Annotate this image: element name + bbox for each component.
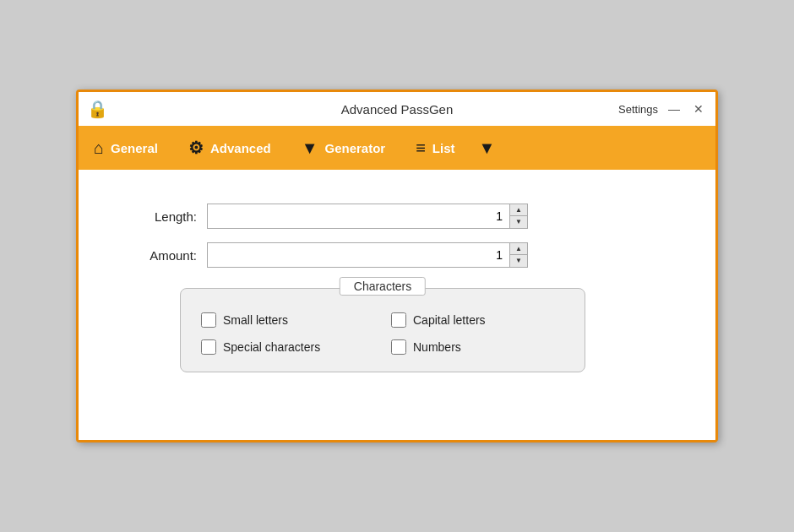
amount-input[interactable]	[208, 245, 509, 265]
small-letters-item[interactable]: Small letters	[201, 312, 374, 328]
special-characters-label: Special characters	[223, 340, 320, 354]
close-button[interactable]: ✕	[690, 103, 707, 115]
characters-group: Characters Small letters Capital letters…	[180, 288, 585, 372]
special-characters-item[interactable]: Special characters	[201, 339, 374, 355]
nav-item-list[interactable]: ≡ List	[400, 126, 470, 170]
special-characters-checkbox[interactable]	[201, 339, 216, 355]
settings-link[interactable]: Settings	[618, 103, 658, 116]
main-window: 🔒 Advanced PassGen Settings — ✕ ⌂ Genera…	[76, 90, 718, 442]
nav-label-advanced: Advanced	[210, 141, 271, 155]
small-letters-checkbox[interactable]	[201, 312, 216, 328]
amount-decrement-button[interactable]: ▼	[510, 255, 527, 267]
length-increment-button[interactable]: ▲	[510, 204, 527, 216]
length-spinner-buttons: ▲ ▼	[509, 204, 527, 228]
amount-row: Amount: ▲ ▼	[129, 242, 665, 268]
nav-label-list: List	[432, 141, 455, 155]
gear-icon: ⚙	[188, 138, 204, 158]
content-area: Length: ▲ ▼ Amount: ▲ ▼ Characters	[79, 170, 715, 440]
length-spinbox: ▲ ▼	[207, 204, 528, 229]
nav-item-generator[interactable]: ▼ Generator	[286, 126, 401, 170]
navbar: ⌂ General ⚙ Advanced ▼ Generator ≡ List …	[79, 126, 715, 170]
capital-letters-checkbox[interactable]	[391, 312, 406, 328]
small-letters-label: Small letters	[223, 313, 288, 327]
length-input[interactable]	[208, 206, 509, 226]
titlebar: 🔒 Advanced PassGen Settings — ✕	[79, 92, 715, 126]
list-icon: ≡	[416, 138, 426, 158]
dropdown-chevron-icon: ▼	[479, 138, 496, 158]
download-icon: ▼	[302, 138, 318, 158]
capital-letters-label: Capital letters	[413, 313, 486, 327]
amount-spinner-buttons: ▲ ▼	[509, 243, 527, 267]
nav-item-general[interactable]: ⌂ General	[79, 126, 173, 170]
length-row: Length: ▲ ▼	[129, 204, 665, 229]
window-title: Advanced PassGen	[341, 102, 454, 117]
nav-label-general: General	[111, 141, 158, 155]
amount-increment-button[interactable]: ▲	[510, 243, 527, 255]
nav-item-advanced[interactable]: ⚙ Advanced	[173, 126, 286, 170]
numbers-item[interactable]: Numbers	[391, 339, 564, 355]
app-icon: 🔒	[87, 99, 108, 119]
amount-spinbox: ▲ ▼	[207, 242, 528, 268]
minimize-button[interactable]: —	[665, 103, 683, 115]
capital-letters-item[interactable]: Capital letters	[391, 312, 564, 328]
amount-label: Amount:	[129, 248, 197, 263]
nav-label-generator: Generator	[324, 141, 385, 155]
length-decrement-button[interactable]: ▼	[510, 216, 527, 228]
titlebar-controls: Settings — ✕	[618, 103, 707, 116]
characters-grid: Small letters Capital letters Special ch…	[201, 312, 564, 355]
home-icon: ⌂	[94, 138, 104, 158]
numbers-checkbox[interactable]	[391, 339, 406, 355]
nav-dropdown-button[interactable]: ▼	[470, 126, 504, 170]
characters-legend: Characters	[340, 277, 426, 296]
length-label: Length:	[129, 209, 197, 224]
numbers-label: Numbers	[413, 340, 461, 354]
